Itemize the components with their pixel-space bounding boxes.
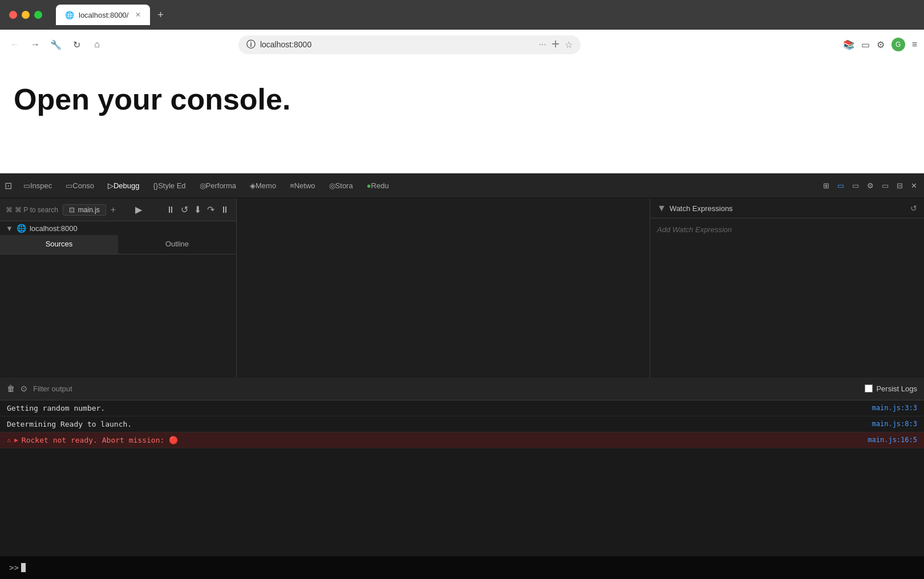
terminal-bar: >> (0, 556, 924, 579)
debug-controls: ⏸ ↺ ⬇ ↷ ⏸ (165, 203, 230, 216)
memory-icon: ◈ (250, 181, 256, 190)
close-button[interactable] (9, 11, 17, 19)
devtools-panel: ⊡ ▭ Inspec ▭ Conso ▷ Debugg {} Style Ed … (0, 173, 924, 556)
devtools-split-icon[interactable]: ▭ (850, 180, 861, 191)
tab-console[interactable]: ▭ Conso (59, 173, 101, 199)
traffic-lights (9, 11, 42, 19)
console-message-3: ⚠ ▶ Rocket not ready. Abort mission: 🔴 m… (0, 432, 924, 448)
console-msg-location-2[interactable]: main.js:8:3 (872, 420, 917, 428)
devtools-more-icon[interactable]: ▭ (880, 180, 891, 191)
run-button[interactable]: ▶ (135, 204, 142, 215)
profile-icon[interactable]: G (891, 38, 905, 51)
console-msg-location-1[interactable]: main.js:3:3 (872, 404, 917, 412)
redux-icon: ● (367, 181, 371, 190)
inspector-icon: ▭ (23, 181, 30, 190)
watch-expand-icon[interactable]: ▼ (657, 203, 666, 213)
pocket-icon[interactable]: 🞢 (551, 39, 560, 50)
devtools-settings-icon[interactable]: ⚙ (865, 180, 876, 191)
settings-icon[interactable]: ⚙ (877, 39, 885, 50)
tab-debugger-label: Debugg (114, 181, 140, 190)
back-button[interactable]: ← (7, 37, 23, 52)
url-input-wrapper[interactable]: ⓘ localhost:8000 ··· 🞢 ☆ (238, 35, 581, 54)
search-hint-text: ⌘ P to search (15, 206, 58, 214)
console-area: 🗑 ⊙ Filter output Persist Logs Getting r… (0, 378, 924, 557)
sidebar-icon[interactable]: ▭ (861, 39, 870, 50)
bookmark-icon[interactable]: ☆ (565, 39, 573, 50)
url-icons: ··· 🞢 ☆ (539, 39, 573, 50)
tab-performance-label: Performa (206, 181, 236, 190)
persist-logs-control: Persist Logs (865, 384, 917, 393)
tab-redux[interactable]: ● Redu (360, 173, 396, 199)
devtools-close-icon[interactable]: ✕ (909, 180, 919, 191)
watch-header: ▼ Watch Expressions ↺ (650, 199, 924, 218)
tab-memory[interactable]: ◈ Memo (243, 173, 283, 199)
add-file-button[interactable]: + (111, 205, 116, 215)
watch-refresh-button[interactable]: ↺ (910, 204, 917, 213)
console-msg-text-1: Getting random number. (7, 404, 872, 412)
step-out-button[interactable]: ↷ (206, 203, 216, 216)
active-tab[interactable]: 🌐 localhost:8000/ ✕ (56, 5, 150, 25)
minimize-button[interactable] (22, 11, 30, 19)
error-expand-arrow[interactable]: ▶ (14, 436, 18, 444)
tools-button[interactable]: 🔧 (48, 37, 64, 52)
code-panel (237, 199, 650, 378)
file-tab-name: main.js (78, 206, 100, 214)
console-messages: Getting random number. main.js:3:3 Deter… (0, 400, 924, 557)
tab-network[interactable]: ≡ Netwo (283, 173, 322, 199)
terminal-cursor[interactable] (21, 563, 26, 572)
tab-network-label: Netwo (294, 181, 315, 190)
tab-close-button[interactable]: ✕ (135, 11, 141, 19)
tab-storage[interactable]: ◎ Stora (322, 173, 360, 199)
tab-memory-label: Memo (256, 181, 276, 190)
maximize-button[interactable] (34, 11, 42, 19)
menu-icon[interactable]: ≡ (912, 39, 917, 50)
home-button[interactable]: ⌂ (89, 37, 105, 52)
step-over-button[interactable]: ↺ (180, 203, 189, 216)
persist-logs-checkbox[interactable] (865, 384, 873, 392)
tree-host-name: localhost:8000 (30, 224, 78, 233)
persist-logs-label: Persist Logs (876, 384, 917, 393)
url-display: localhost:8000 (260, 40, 534, 49)
tab-style-editor[interactable]: {} Style Ed (146, 173, 192, 199)
console-msg-location-3[interactable]: main.js:16:5 (868, 436, 917, 444)
console-clear-button[interactable]: 🗑 (7, 384, 15, 393)
stop-button[interactable]: ⏸ (219, 204, 230, 216)
tab-performance[interactable]: ◎ Performa (193, 173, 243, 199)
page-heading: Open your console. (14, 82, 910, 116)
terminal-prompt: >> (9, 563, 26, 572)
devtools-responsive-icon[interactable]: ⊟ (894, 180, 905, 191)
step-into-button[interactable]: ⬇ (193, 203, 202, 216)
new-tab-button[interactable]: + (152, 7, 168, 23)
tab-style-editor-label: Style Ed (158, 181, 185, 190)
tab-redux-label: Redu (371, 181, 389, 190)
sources-outline-tabs: Sources Outline (0, 235, 236, 254)
tab-storage-label: Stora (335, 181, 353, 190)
file-tab[interactable]: ⊡ main.js (63, 204, 106, 216)
library-icon[interactable]: 📚 (843, 39, 854, 50)
url-bar: ← → 🔧 ↻ ⌂ ⓘ localhost:8000 ··· 🞢 ☆ 📚 ▭ ⚙… (0, 30, 924, 59)
console-msg-text-2: Determining Ready to launch. (7, 420, 872, 428)
tab-inspector-label: Inspec (30, 181, 52, 190)
reload-button[interactable]: ↻ (68, 37, 84, 52)
style-editor-icon: {} (153, 181, 158, 190)
devtools-pick-tool[interactable]: ⊡ (0, 173, 17, 199)
pause-button[interactable]: ⏸ (165, 204, 176, 216)
error-warning-icon: ⚠ (7, 436, 11, 444)
watch-title: Watch Expressions (670, 204, 910, 213)
console-message-2: Determining Ready to launch. main.js:8:3 (0, 416, 924, 432)
tab-outline[interactable]: Outline (118, 235, 236, 254)
url-more-icon: ··· (539, 39, 546, 50)
url-protocol-icon: ⓘ (246, 39, 256, 51)
forward-button[interactable]: → (27, 37, 43, 52)
tab-debugger[interactable]: ▷ Debugg (101, 173, 147, 199)
debugger-icon: ▷ (108, 181, 114, 190)
tab-sources-label: Sources (46, 240, 73, 248)
title-bar: 🌐 localhost:8000/ ✕ + (0, 0, 924, 30)
devtools-layout-icon[interactable]: ⊞ (821, 180, 832, 191)
tree-expand-icon[interactable]: ▼ (6, 224, 13, 233)
devtools-toolbar-right: ⊞ ▭ ▭ ⚙ ▭ ⊟ ✕ (816, 180, 924, 191)
tab-sources[interactable]: Sources (0, 235, 118, 254)
tree-globe-icon: 🌐 (17, 224, 26, 233)
devtools-dock-icon[interactable]: ▭ (835, 180, 846, 191)
tab-inspector[interactable]: ▭ Inspec (17, 173, 59, 199)
